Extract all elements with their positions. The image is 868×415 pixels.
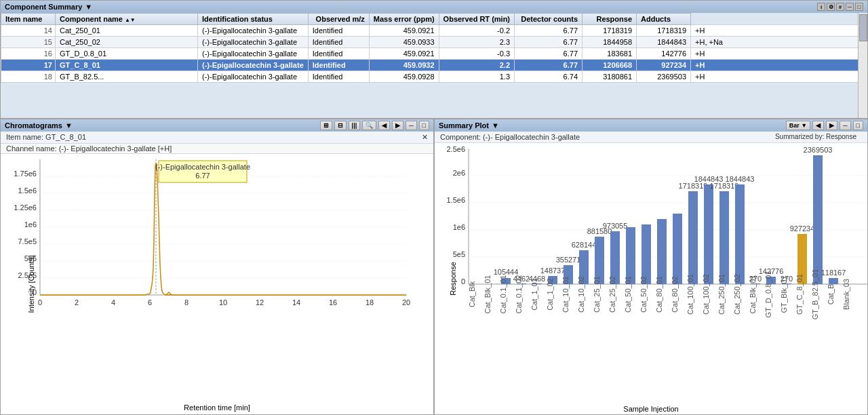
table-row[interactable]: 16GT_D_0.8_01(-)-Epigallocatechin 3-gall… [1,48,867,60]
svg-text:Cat_1_01: Cat_1_01 [530,278,538,311]
table-cell: Identified [308,71,369,83]
svg-text:Cat_250_02: Cat_250_02 [733,274,741,315]
svg-text:16: 16 [329,298,337,307]
table-cell: 459.0921 [369,48,439,60]
channel-name-label: Channel name: (-)- Epigallocatechin 3-ga… [6,144,172,153]
summary-plot-title: Summary Plot [439,121,489,130]
nav-button-3[interactable]: ||| [349,121,361,130]
svg-text:GT_Blk_01: GT_Blk_01 [780,275,788,313]
table-cell: 6.77 [515,60,583,71]
svg-text:Cat_80_01: Cat_80_01 [655,276,663,313]
svg-text:Cat_80_02: Cat_80_02 [671,276,679,313]
table-cell: 1206668 [583,60,637,71]
table-cell: +H [691,60,867,71]
bar-chart-area: Response 0 5e5 1e6 1.5e6 2e6 2.5e6 [435,143,867,414]
zoom-button[interactable]: 🔍 [362,121,376,130]
table-header-row: Item name Component name ▲▼ Identificati… [1,14,867,25]
svg-text:927234: 927234 [790,224,815,233]
svg-text:14: 14 [292,298,300,307]
component-summary-title: Component Summary [5,3,82,11]
svg-text:4: 4 [111,298,115,307]
summary-plot-dropdown[interactable]: ▼ [492,121,499,130]
close-chrom-btn[interactable]: ✕ [422,133,428,142]
table-cell: +H [691,48,867,60]
maximize-button[interactable]: □ [855,3,863,11]
table-row[interactable]: 15Cat_250_02(-)-Epigallocatechin 3-galla… [1,37,867,48]
vertical-scrollbar[interactable] [858,13,867,118]
settings-button[interactable]: ⚙ [827,3,835,11]
table-cell: 14 [1,25,56,37]
svg-rect-83 [704,184,713,284]
table-cell: 1844958 [583,37,637,48]
col-id-status[interactable]: Identification status [198,14,309,25]
minimize-summary[interactable]: ─ [840,121,850,130]
svg-text:1.75e6: 1.75e6 [14,170,37,178]
main-window: Component Summary ▼ i ⚙ # ─ □ Item name … [0,0,868,415]
titlebar-left: Component Summary ▼ [5,3,92,11]
nav-button-1[interactable]: ⊞ [320,121,332,130]
nav-down[interactable]: ▶ [826,121,837,130]
col-response[interactable]: Response [583,14,637,25]
svg-rect-78 [673,214,682,284]
nav-button-2[interactable]: ⊟ [334,121,347,130]
svg-text:1.25e6: 1.25e6 [14,203,37,212]
bar-type-select[interactable]: Bar ▼ [786,121,810,130]
table-cell: +H [691,25,867,37]
svg-text:355271: 355271 [556,256,581,264]
table-cell: 6.74 [515,71,583,83]
col-detector[interactable]: Detector counts [515,14,583,25]
maximize-summary[interactable]: □ [853,121,863,130]
table-row[interactable]: 18GT_B_82.5...(-)-Epigallocatechin 3-gal… [1,71,867,83]
svg-text:2: 2 [75,298,79,307]
table-cell: 459.0928 [369,71,439,83]
table-cell: 6.77 [515,48,583,60]
pin-button[interactable]: # [836,3,844,11]
col-adducts[interactable]: Adducts [637,14,691,25]
chromatogram-title-area: Chromatograms ▼ [5,121,73,130]
svg-text:Cat_25_01: Cat_25_01 [593,276,601,313]
svg-rect-107 [829,278,838,284]
col-mass-error[interactable]: Mass error (ppm) [369,14,439,25]
svg-text:Cat_0.1_02: Cat_0.1_02 [515,275,523,314]
summary-plot-title-area: Summary Plot ▼ [439,121,499,130]
svg-text:GT_D_0.8_01: GT_D_0.8_01 [764,271,772,317]
svg-text:628144: 628144 [572,241,597,249]
table-cell: Identified [308,37,369,48]
table-row[interactable]: 14Cat_250_01(-)-Epigallocatechin 3-galla… [1,25,867,37]
chromatogram-dropdown[interactable]: ▼ [65,121,73,130]
col-rt[interactable]: Observed RT (min) [439,14,514,25]
nav-left[interactable]: ◀ [378,121,390,130]
table-cell: 16 [1,48,56,60]
dropdown-arrow[interactable]: ▼ [85,3,92,11]
scrollbar-thumb[interactable] [859,14,867,41]
data-table-container: Item name Component name ▲▼ Identificati… [1,13,867,118]
maximize-chrom[interactable]: □ [419,121,429,130]
svg-text:0: 0 [38,298,42,307]
nav-up[interactable]: ◀ [812,121,824,130]
col-item-name[interactable]: Item name [1,14,56,25]
info-button[interactable]: i [817,3,825,11]
col-component-name[interactable]: Component name ▲▼ [56,14,198,25]
chromatogram-chart-area: Intensity [Counts] 0 2.5e5 5e5 7.5e5 1e6… [1,154,433,414]
svg-rect-72 [626,227,635,284]
col-mz[interactable]: Observed m/z [308,14,369,25]
summary-plot-panel: Summary Plot ▼ Bar ▼ ◀ ▶ ─ □ Component: … [434,119,868,415]
svg-text:Cat_10_01: Cat_10_01 [561,276,570,313]
minimize-button[interactable]: ─ [846,3,854,11]
svg-text:Cat_Blk_01: Cat_Blk_01 [484,275,492,314]
table-cell: +H, +Na [691,37,867,48]
table-cell: +H [691,71,867,83]
minimize-chrom[interactable]: ─ [406,121,416,130]
table-row[interactable]: 17GT_C_8_01(-)-Epigallocatechin 3-gallat… [1,60,867,71]
component-summary-panel: Component Summary ▼ i ⚙ # ─ □ Item name … [0,0,868,119]
table-cell: (-)-Epigallocatechin 3-gallate [198,37,309,48]
table-cell: 1.3 [439,71,514,83]
nav-right[interactable]: ▶ [392,121,403,130]
svg-text:Cat_B: Cat_B [827,284,835,305]
x-axis-label-chrom: Retention time [min] [184,403,250,412]
table-cell: -0.2 [439,25,514,37]
x-axis-label-summary: Sample Injection [623,405,678,413]
chromatogram-controls: ⊞ ⊟ ||| 🔍 ◀ ▶ ─ □ [320,121,429,130]
table-cell: 183681 [583,48,637,60]
svg-text:Cat_50_02: Cat_50_02 [639,276,648,313]
